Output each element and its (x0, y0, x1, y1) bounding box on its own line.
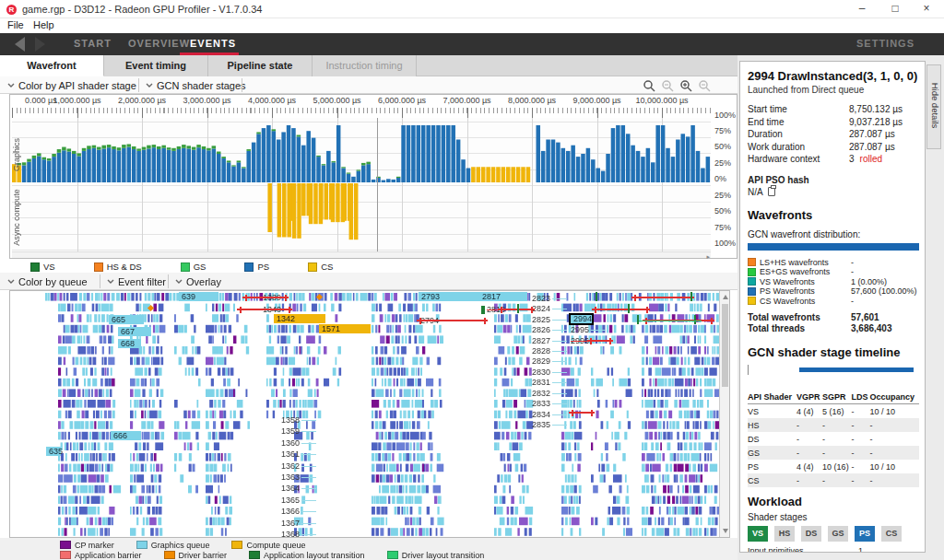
event-block-667[interactable]: 667 (118, 327, 151, 336)
event-label-2832[interactable]: 2832 (532, 389, 567, 398)
event-label-2825[interactable]: 2825 (532, 315, 567, 324)
event-label-1363[interactable]: 1363 (281, 472, 316, 482)
event-label-2826[interactable]: 2826 (532, 325, 567, 334)
back-arrow-icon[interactable] (15, 37, 25, 52)
event-label-1359[interactable]: 1359 (281, 426, 316, 436)
event-label-2829[interactable]: 2829 (532, 356, 567, 366)
event-label-1366[interactable]: 1366 (281, 507, 316, 516)
barrier-marker-icon (607, 340, 613, 342)
table-cell: - (852, 432, 870, 446)
event-label-1358[interactable]: 1358 (281, 415, 316, 425)
occupancy-chart-canvas[interactable] (12, 118, 711, 251)
table-cell: - (852, 418, 870, 432)
event-block-2793[interactable]: 2793 (419, 292, 479, 301)
copy-icon[interactable] (768, 187, 775, 196)
event-label-1368[interactable]: 1368 (281, 530, 316, 538)
wavefront-row-ls+hs: LS+HS wavefronts- (748, 258, 919, 268)
event-block-2817[interactable]: 2817 (479, 292, 527, 301)
stage-button-ps[interactable]: PS (855, 526, 875, 542)
event-label-2831[interactable]: 2831 (532, 378, 567, 387)
maximize-button[interactable]: □ (879, 0, 911, 18)
barrier-marker-icon (286, 309, 292, 310)
event-label-2823[interactable]: 2823 (532, 294, 567, 303)
occupancy-axis-label: 25% (714, 158, 737, 168)
event-block-2994[interactable]: 2994 (569, 313, 594, 325)
table-cell: 4 (4) (796, 404, 822, 419)
event-label-2833[interactable]: 2833 (532, 399, 567, 408)
event-label-1361[interactable]: 1361 (281, 449, 316, 459)
ruler-tick-label: 6,000.000 µs (378, 96, 426, 105)
color-by-api-shader-stage-dropdown[interactable]: Color by API shader stage (7, 78, 136, 92)
legend-label: HS & DS (107, 262, 142, 272)
event-label-1367[interactable]: 1367 (281, 519, 316, 528)
forward-arrow-icon[interactable] (35, 37, 45, 52)
stage-button-hs[interactable]: HS (774, 526, 795, 542)
scroll-right-arrow-icon[interactable]: ▸ (706, 253, 710, 261)
event-block-668[interactable]: 668 (118, 339, 141, 348)
zoom-reset-icon[interactable] (661, 79, 674, 92)
event-label-2827[interactable]: 2827 (532, 336, 567, 345)
event-label-1365[interactable]: 1365 (281, 496, 316, 505)
tab-wavefront-occupancy[interactable]: Wavefront occupancy (0, 55, 104, 76)
hide-details-tab[interactable]: Hide details (926, 64, 941, 149)
scroll-down-arrow-icon[interactable] (723, 529, 728, 533)
occupancy-axis-label: 75% (714, 223, 737, 232)
timeline-vertical-scrollbar[interactable] (719, 291, 729, 537)
minimize-button[interactable]: – (846, 0, 878, 18)
table-cell: 4 (4) (796, 460, 822, 473)
tab-event-timing[interactable]: Event timing (104, 55, 208, 76)
wavefront-swatch (748, 258, 756, 266)
gcn-shader-stages-dropdown[interactable]: GCN shader stages (146, 78, 246, 92)
event-label-2824[interactable]: 2824 (532, 304, 567, 313)
nav-tab-events[interactable]: EVENTS (190, 38, 236, 49)
total-value: 57,601 (851, 312, 879, 323)
event-block-666[interactable]: 666 (111, 431, 141, 440)
scrollbar-thumb[interactable] (722, 304, 728, 387)
nav-tab-settings[interactable]: SETTINGS (856, 38, 914, 49)
overlay-dropdown[interactable]: Overlay (175, 274, 221, 288)
close-button[interactable]: × (911, 0, 942, 18)
event-label-2828[interactable]: 2828 (532, 346, 567, 356)
menu-file[interactable]: File (7, 19, 24, 30)
table-header: API Shader (748, 391, 796, 404)
chevron-down-icon (107, 279, 114, 284)
legend-swatch (60, 551, 71, 559)
menu-help[interactable]: Help (33, 19, 54, 30)
stage-button-ds[interactable]: DS (801, 526, 821, 542)
zoom-to-selection-icon[interactable] (643, 79, 655, 92)
event-label-1360[interactable]: 1360 (281, 438, 316, 448)
event-label-1362[interactable]: 1362 (281, 461, 316, 471)
nav-tab-overview[interactable]: OVERVIEW (128, 38, 190, 49)
event-timeline[interactable]: 6396656676681339134013421571279328172818… (9, 290, 730, 538)
event-block-1571[interactable]: 1571 (319, 324, 371, 333)
total-row: Total wavefronts57,601 (748, 312, 919, 323)
nav-tab-start[interactable]: START (74, 38, 112, 49)
table-cell: 5 (16) (822, 404, 851, 419)
event-label-2835[interactable]: 2835 (532, 420, 567, 429)
detail-row-work-duration: Work duration287.087 µs (748, 141, 919, 154)
color-by-queue-dropdown[interactable]: Color by queue (7, 274, 88, 288)
event-block-635[interactable]: 635 (46, 447, 61, 456)
legend-item-gs: GS (181, 261, 206, 273)
zoom-out-icon[interactable] (698, 79, 711, 92)
tab-pipeline-state[interactable]: Pipeline state (208, 55, 313, 76)
legend-swatch (94, 262, 103, 272)
event-label-1364[interactable]: 1364 (281, 484, 316, 493)
event-filter-dropdown[interactable]: Event filter (107, 274, 166, 288)
event-label-2995[interactable]: 2995 (571, 325, 606, 334)
event-block-1342[interactable]: 1342 (274, 314, 325, 323)
event-block-665[interactable]: 665 (109, 315, 144, 324)
stage-button-vs[interactable]: VS (748, 526, 768, 542)
tab-instruction-timing[interactable]: Instruction timing (313, 55, 417, 76)
occupancy-horizontal-scrollbar[interactable]: ▸ (12, 251, 711, 258)
occupancy-axis-label: 25% (714, 191, 737, 200)
stage-button-gs[interactable]: GS (828, 526, 848, 542)
event-label-2834[interactable]: 2834 (532, 410, 567, 419)
table-cell: - (822, 473, 851, 487)
event-label-2830[interactable]: 2830 (532, 368, 567, 377)
stage-button-cs[interactable]: CS (881, 526, 902, 542)
zoom-in-icon[interactable] (679, 79, 692, 92)
scroll-up-arrow-icon[interactable] (723, 295, 728, 299)
table-cell: - (796, 432, 822, 446)
event-block-639[interactable]: 639 (179, 292, 218, 301)
